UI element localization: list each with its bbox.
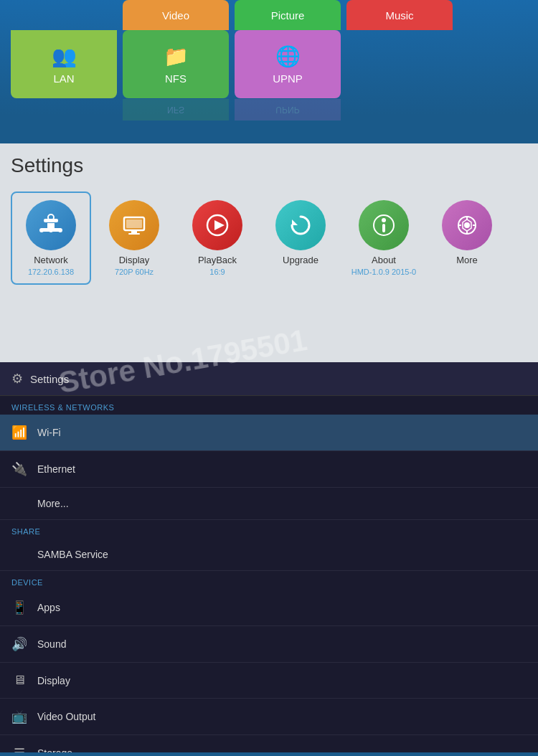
svg-marker-13 — [292, 219, 298, 225]
display-settings-tile[interactable]: Display 720P 60Hz — [94, 192, 174, 285]
playback-settings-tile[interactable]: PlayBack 16:9 — [177, 192, 258, 285]
display-settings-icon: 🖥 — [11, 673, 27, 688]
upgrade-settings-tile[interactable]: Upgrade — [260, 192, 341, 285]
svg-rect-9 — [128, 233, 140, 235]
upgrade-label: Upgrade — [283, 255, 318, 265]
video-output-label: Video Output — [37, 711, 95, 722]
settings-section: Settings Network 172.20.6.138 — [0, 143, 538, 362]
network-value: 172.20.6.138 — [28, 268, 74, 276]
wifi-item[interactable]: 📶 Wi-Fi — [0, 415, 538, 451]
svg-marker-12 — [214, 220, 225, 230]
network-label: Network — [34, 255, 68, 265]
more-networks-label: More... — [37, 498, 69, 509]
svg-rect-8 — [131, 230, 137, 233]
picture-tile[interactable]: Picture — [235, 0, 341, 30]
network-settings-tile[interactable]: Network 172.20.6.138 — [11, 192, 91, 285]
svg-rect-1 — [47, 223, 55, 229]
nfs-icon: 📁 — [164, 44, 189, 68]
android-settings-header: ⚙ Settings — [0, 362, 538, 396]
svg-point-15 — [382, 218, 386, 222]
svg-rect-16 — [382, 224, 385, 232]
video-output-item[interactable]: 📺 Video Output — [0, 699, 538, 735]
storage-item[interactable]: ☰ Storage — [0, 735, 538, 752]
settings-title: Settings — [11, 154, 527, 177]
network-icon — [26, 200, 76, 250]
nfs-tile[interactable]: 📁 NFS — [123, 30, 229, 98]
share-header: SHARE — [0, 520, 538, 539]
svg-point-18 — [464, 222, 470, 228]
about-icon — [359, 200, 409, 250]
svg-point-5 — [49, 228, 53, 232]
android-settings-title: Settings — [30, 373, 69, 385]
sound-icon: 🔊 — [11, 636, 27, 652]
wifi-label: Wi-Fi — [37, 427, 61, 438]
device-header: DEVICE — [0, 571, 538, 590]
more-networks-item[interactable]: More... — [0, 488, 538, 520]
ethernet-icon: 🔌 — [11, 461, 27, 477]
display-label: Display — [119, 255, 150, 265]
music-tile[interactable]: Music — [346, 0, 453, 30]
storage-icon: ☰ — [11, 745, 27, 752]
settings-tiles-row: Network 172.20.6.138 Display 720P 60Hz — [11, 192, 527, 285]
more-label: More — [456, 255, 478, 265]
about-label: About — [372, 255, 396, 265]
top-media-section: Video Picture Music 👥 LAN 📁 NFS 🌐 UPNP N… — [0, 0, 538, 143]
apps-icon: 📱 — [11, 600, 27, 615]
playback-icon — [192, 200, 242, 250]
display-value: 720P 60Hz — [115, 268, 154, 276]
sound-item[interactable]: 🔊 Sound — [0, 626, 538, 663]
apps-label: Apps — [37, 602, 60, 613]
display-icon — [109, 200, 159, 250]
storage-label: Storage — [37, 747, 72, 752]
wifi-icon: 📶 — [11, 425, 27, 440]
svg-point-4 — [39, 228, 44, 232]
upnp-tile[interactable]: 🌐 UPNP — [235, 30, 341, 98]
ethernet-item[interactable]: 🔌 Ethernet — [0, 451, 538, 488]
samba-item[interactable]: SAMBA Service — [0, 539, 538, 571]
settings-gear-icon: ⚙ — [11, 371, 23, 387]
more-icon — [442, 200, 492, 250]
svg-rect-10 — [126, 219, 142, 228]
sound-label: Sound — [37, 638, 66, 650]
display-item[interactable]: 🖥 Display — [0, 663, 538, 699]
apps-item[interactable]: 📱 Apps — [0, 590, 538, 626]
video-tile[interactable]: Video — [123, 0, 229, 30]
upnp-icon: 🌐 — [275, 44, 301, 68]
upgrade-icon — [275, 200, 326, 250]
ethernet-label: Ethernet — [37, 463, 75, 475]
about-value: HMD-1.0.9 2015-0 — [351, 268, 417, 276]
svg-point-6 — [58, 228, 62, 232]
lan-icon: 👥 — [52, 44, 77, 68]
about-settings-tile[interactable]: About HMD-1.0.9 2015-0 — [344, 192, 424, 285]
display-settings-label: Display — [37, 675, 70, 686]
wireless-networks-header: WIRELESS & NETWORKS — [0, 396, 538, 415]
android-settings-section: ⚙ Settings WIRELESS & NETWORKS 📶 Wi-Fi 🔌… — [0, 362, 538, 752]
more-settings-tile[interactable]: More — [427, 192, 507, 285]
playback-value: 16:9 — [209, 268, 225, 276]
samba-label: SAMBA Service — [37, 549, 108, 560]
video-output-icon: 📺 — [11, 709, 27, 724]
playback-label: PlayBack — [198, 255, 237, 265]
lan-tile[interactable]: 👥 LAN — [11, 30, 117, 98]
